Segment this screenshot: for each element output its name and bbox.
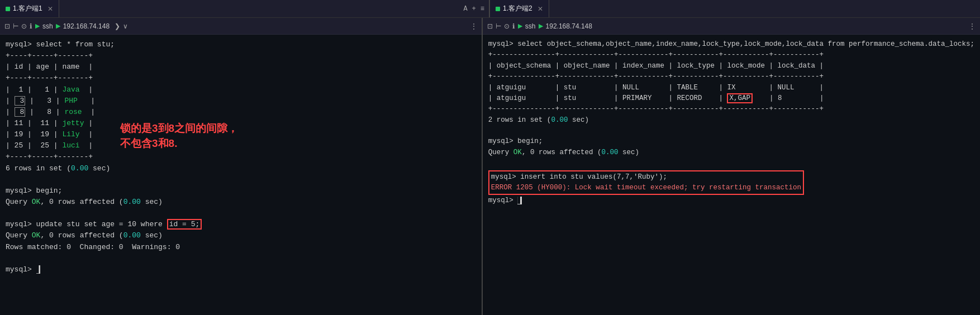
tab-actions-left: A + ≡ [459,0,489,17]
r-border2: +---------------+-------------+---------… [488,71,974,82]
toolbar-more-right[interactable]: ⋮ [969,22,976,30]
r-result: 2 rows in set (0.00 sec) [488,115,974,126]
left-terminal[interactable]: mysql> select * from stu; +----+-----+--… [0,35,482,315]
toolbar-icon-new-r[interactable]: ⊡ [487,22,493,30]
tab-right[interactable]: 1.客户端2 ✕ [490,0,549,17]
r-cursor: mysql> ▋ [488,195,974,206]
toolbar-arrow2-left: ▶ [56,22,60,30]
toolbar-icon-new[interactable]: ⊡ [4,22,10,30]
tab-close-right[interactable]: ✕ [537,5,543,13]
r-row1: | atguigu | stu | NULL | TABLE | IX | NU… [488,83,974,93]
r-error-msg: ERROR 1205 (HY000): Lock wait timeout ex… [491,183,801,193]
left-toolbar: ⊡ ⊢ ⊙ ℹ ▶ ssh ▶ 192.168.74.148 ❯ ∨ ⋮ [0,18,482,35]
row-3: | 3 | 3 | PHP | [6,96,476,107]
toolbar-icon-circle-r[interactable]: ⊙ [504,22,510,30]
toolbar-arrow2-right: ▶ [539,22,543,30]
line-cursor-left: mysql> ▋ [6,264,476,275]
r-header: | object_schema | object_name | index_na… [488,61,974,71]
blank2 [6,208,476,219]
right-terminal[interactable]: mysql> select object_schema,object_name,… [483,35,980,315]
tab-close-left[interactable]: ✕ [47,5,53,13]
row-11: | 11 | 11 | jetty | [6,118,476,129]
result-rows-matched: Rows matched: 0 Changed: 0 Warnings: 0 [6,242,476,253]
row-1: | 1 | 1 | Java | [6,84,476,96]
r-blank2 [488,158,974,169]
toolbar-icon-info[interactable]: ℹ [30,22,32,30]
r-line-select: mysql> select object_schema,object_name,… [488,39,974,50]
toolbar-more-left[interactable]: ⋮ [470,22,477,30]
blank3 [6,253,476,264]
result-rows: 6 rows in set (0.00 sec) [6,163,476,174]
action-a[interactable]: A [463,5,467,13]
r-blank1 [488,126,974,136]
tab-dot-left [6,7,10,11]
r-insert-cmd: mysql> insert into stu values(7,7,'Ruby'… [491,172,801,183]
right-panel: ⊡ ⊢ ⊙ ℹ ▶ ssh ▶ 192.168.74.148 ⋮ mysql> … [483,18,980,315]
error-block: mysql> insert into stu values(7,7,'Ruby'… [488,170,804,195]
action-menu[interactable]: ≡ [481,5,484,13]
blank1 [6,174,476,185]
right-tab-bar: 1.客户端2 ✕ [490,0,980,17]
tab-left[interactable]: 1.客户端1 ✕ [0,0,59,17]
toolbar-chevron-left[interactable]: ❯ [115,22,120,30]
r-row2: | atguigu | stu | PRIMARY | RECORD | X,G… [488,93,974,104]
line-border1: +----+-----+-------+ [6,50,476,61]
r-begin: mysql> begin; [488,136,974,147]
toolbar-icon-circle[interactable]: ⊙ [21,22,27,30]
tab-label-right: 1.客户端2 [503,4,532,13]
toolbar-ssh-label-left: ssh [42,22,53,30]
r-begin-result: Query OK, 0 rows affected (0.00 sec) [488,147,974,158]
line-update: mysql> update stu set age = 10 where id … [6,219,476,230]
toolbar-ssh-label-right: ssh [525,22,536,30]
tab-label-left: 1.客户端1 [13,4,42,13]
line-begin: mysql> begin; [6,185,476,197]
r-border1: +---------------+-------------+---------… [488,50,974,60]
left-tab-bar: 1.客户端1 ✕ A + ≡ [0,0,490,17]
main-content: ⊡ ⊢ ⊙ ℹ ▶ ssh ▶ 192.168.74.148 ❯ ∨ ⋮ mys… [0,18,980,315]
annotation-text: 锁的是3到8之间的间隙， 不包含3和8. [120,121,238,151]
right-toolbar: ⊡ ⊢ ⊙ ℹ ▶ ssh ▶ 192.168.74.148 ⋮ [483,18,980,35]
tab-dot-right [496,7,500,11]
toolbar-icon-split[interactable]: ⊢ [13,22,18,30]
line-header: | id | age | name | [6,61,476,73]
line-border3: +----+-----+-------+ [6,151,476,163]
r-border3: +---------------+-------------+---------… [488,104,974,114]
line-select: mysql> select * from stu; [6,39,476,50]
toolbar-ip-right: 192.168.74.148 [546,22,592,30]
row-19: | 19 | 19 | Lily | [6,129,476,140]
line-border2: +----+-----+-------+ [6,73,476,84]
action-plus[interactable]: + [472,5,476,13]
app-window: 1.客户端1 ✕ A + ≡ 1.客户端2 ✕ ⊡ ⊢ ⊙ [0,0,980,315]
left-panel: ⊡ ⊢ ⊙ ℹ ▶ ssh ▶ 192.168.74.148 ❯ ∨ ⋮ mys… [0,18,483,315]
toolbar-icon-info-r[interactable]: ℹ [512,22,515,30]
toolbar-icon-split-r[interactable]: ⊢ [496,22,501,30]
result-begin: Query OK, 0 rows affected (0.00 sec) [6,197,476,208]
row-8: | 8 | 8 | rose | [6,107,476,118]
toolbar-play-left[interactable]: ▶ [35,22,40,30]
toolbar-ip-left: 192.168.74.148 [63,22,110,30]
tab-bars: 1.客户端1 ✕ A + ≡ 1.客户端2 ✕ [0,0,980,18]
row-25: | 25 | 25 | luci | [6,140,476,151]
toolbar-down-left[interactable]: ∨ [123,22,128,30]
result-update: Query OK, 0 rows affected (0.00 sec) [6,230,476,241]
toolbar-play-right[interactable]: ▶ [518,22,522,30]
